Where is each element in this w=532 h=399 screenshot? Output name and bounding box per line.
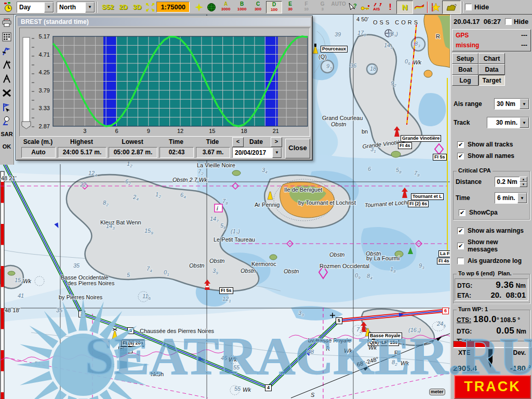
- svg-text:?: ?: [353, 3, 357, 9]
- chart-place-label: 48 21': [1, 175, 17, 181]
- cpa-distance-value[interactable]: 0.2 Nm: [495, 177, 520, 187]
- close-button[interactable]: Close: [285, 139, 310, 158]
- cpa-time-value: 6 min.: [495, 194, 517, 202]
- scale-value[interactable]: Auto: [21, 147, 56, 158]
- chevron-down-icon[interactable]: ▼: [272, 148, 282, 158]
- depth-sounding: 48: [308, 349, 314, 355]
- chevron-down-icon[interactable]: ▼: [520, 117, 529, 128]
- gps-status-box: GPS --- missing ---: [452, 29, 531, 51]
- spinner-down-button[interactable]: ▼: [520, 182, 527, 187]
- spinner-up-button[interactable]: ▲: [520, 177, 527, 182]
- show-all-tracks-checkbox[interactable]: ✔: [457, 141, 464, 148]
- star-flag-icon[interactable]: [430, 1, 442, 14]
- squiggle-icon[interactable]: [413, 1, 425, 14]
- tab-boat[interactable]: Boat: [452, 64, 478, 75]
- flag-tool-icon[interactable]: [1, 44, 13, 58]
- 3d-button[interactable]: 3D: [130, 3, 144, 11]
- chart-place-label: R: [436, 33, 440, 39]
- date-next-button[interactable]: >: [271, 137, 282, 147]
- tab-setup[interactable]: Setup: [452, 53, 478, 64]
- depth-sounding: 5: [127, 272, 130, 278]
- panel-hide-checkbox[interactable]: [505, 18, 512, 25]
- printer-icon[interactable]: [1, 16, 13, 30]
- xte-label: XTE: [458, 349, 470, 356]
- select-flag-icon[interactable]: [1, 100, 13, 114]
- nav-aids-button[interactable]: N: [396, 1, 413, 14]
- ais-icon-text: AIS: [373, 7, 380, 11]
- clock-icon[interactable]: [2, 1, 15, 14]
- depth-sounding: 18: [370, 65, 377, 72]
- range-button-a[interactable]: A3000: [218, 1, 234, 14]
- s52-button[interactable]: S52: [99, 3, 116, 11]
- track-select[interactable]: 30 min. ▼: [487, 117, 529, 128]
- tide-x-tick: 3: [83, 128, 86, 134]
- tab-log[interactable]: Log: [452, 75, 478, 86]
- display-mode-select[interactable]: Day ▼: [17, 2, 54, 13]
- cpa-time-select[interactable]: 6 min. ▼: [495, 192, 527, 204]
- ais-warnings-label: Show ais warnings: [468, 227, 524, 234]
- range-button-e[interactable]: E30: [282, 1, 298, 14]
- chevron-down-icon[interactable]: ▼: [44, 2, 54, 12]
- scale-display[interactable]: 1:75000: [156, 2, 190, 12]
- delete-x-icon[interactable]: [1, 86, 13, 100]
- chevron-down-icon[interactable]: ▼: [85, 2, 95, 12]
- tide-header: Tide: [196, 138, 229, 146]
- range-button-c[interactable]: C300: [250, 1, 266, 14]
- hide-toolbar-checkbox[interactable]: [465, 4, 472, 10]
- ais-icon[interactable]: AIS: [371, 1, 384, 14]
- show-all-names-checkbox[interactable]: ✔: [457, 153, 464, 159]
- tide-dialog[interactable]: BREST (standard time) 5.174.714.253.793.…: [16, 16, 313, 161]
- tab-data[interactable]: Data: [478, 64, 505, 75]
- ais-warnings-checkbox[interactable]: ✔: [457, 228, 464, 234]
- range-button-b[interactable]: B1000: [234, 1, 250, 14]
- divider-plus-icon[interactable]: [1, 58, 13, 72]
- critical-cpa-group: Critical CPA Distance 0.2 Nm ▲ ▼ Time 6 …: [453, 171, 530, 220]
- range-button-d[interactable]: D100: [266, 1, 282, 14]
- tab-target[interactable]: Target: [478, 75, 505, 86]
- globe-icon[interactable]: [205, 1, 218, 14]
- tide-x-tick: 12: [177, 128, 183, 134]
- lowest-header: Lowest: [109, 138, 156, 146]
- zoom-extents-icon[interactable]: [144, 1, 156, 14]
- open-folder-icon[interactable]: [442, 1, 461, 14]
- xte-value: 2905.4: [453, 364, 477, 373]
- critical-cpa-title: Critical CPA: [457, 167, 493, 174]
- chevron-down-icon[interactable]: ▼: [517, 193, 527, 203]
- tide-x-tick: 18: [241, 128, 247, 134]
- chart-place-label: 4 50': [356, 16, 369, 22]
- date-prev-button[interactable]: <: [232, 137, 244, 147]
- showcpa-checkbox[interactable]: ✔: [459, 209, 466, 216]
- track-button[interactable]: TRACK: [454, 375, 531, 399]
- orientation-select[interactable]: North ▼: [57, 2, 95, 13]
- tab-chart[interactable]: Chart: [478, 53, 505, 64]
- slider-thumb[interactable]: [22, 122, 31, 129]
- chevron-down-icon[interactable]: ▼: [520, 99, 529, 109]
- guardzone-checkbox[interactable]: [457, 258, 464, 264]
- ais-range-select[interactable]: 30 Nm ▼: [494, 98, 529, 110]
- divider-icon[interactable]: [1, 72, 13, 86]
- new-messages-checkbox[interactable]: ✔: [457, 243, 464, 249]
- alarm-icon[interactable]: !: [384, 1, 396, 14]
- chart-place-label: Ar Pennig: [255, 202, 280, 208]
- turn-dtg-label: DTG:: [457, 328, 472, 335]
- ok-button[interactable]: OK: [3, 140, 11, 153]
- chart-place-label: des Pierres Noires: [68, 280, 115, 286]
- depth-sounding: 6: [368, 166, 371, 172]
- sar-button[interactable]: SAR: [1, 128, 12, 140]
- tide-x-tick: 6: [115, 128, 118, 134]
- key-icon[interactable]: [359, 1, 371, 14]
- tide-footer: Scale (m.) Highest Lowest Time Tide < Da…: [16, 136, 313, 161]
- chart-place-label: Wk: [413, 59, 421, 65]
- date-select[interactable]: 20/04/2017 ▼: [232, 147, 282, 158]
- keypad-icon[interactable]: [1, 30, 13, 44]
- tide-dialog-title[interactable]: BREST (standard time): [18, 18, 311, 26]
- chart-place-label: Grand Courleau: [322, 115, 363, 121]
- 2d-button[interactable]: 2D: [116, 3, 130, 11]
- sparkle-icon[interactable]: [193, 1, 205, 14]
- cursor-help-icon[interactable]: ?: [347, 1, 359, 14]
- ais-range-label: Ais range: [454, 100, 482, 108]
- scale-slider[interactable]: [22, 37, 34, 129]
- drop-pin-icon[interactable]: [1, 114, 13, 128]
- chart-place-label: bn: [362, 128, 368, 135]
- depth-sounding: 35: [56, 307, 63, 313]
